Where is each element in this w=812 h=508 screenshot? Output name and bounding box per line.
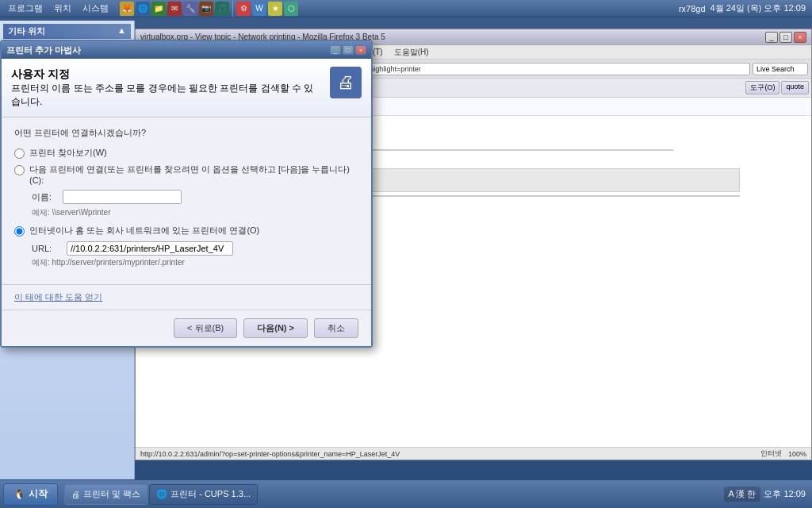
start-icon: 🐧 — [13, 489, 25, 500]
inner-search-box[interactable]: Live Search — [753, 63, 808, 75]
inner-maximize-btn[interactable]: □ — [779, 32, 792, 43]
wizard-header-description: 프린터의 이름 또는 주소를 모를 경우에는 필요한 프린터를 검색할 수 있습… — [11, 82, 322, 109]
radio-browse-option: 프린터 찾아보기(W) — [14, 147, 358, 159]
status-zoom: 100% — [788, 450, 806, 458]
printer-wizard-dialog: 프린터 추가 마법사 _ □ × 사용자 지정 프린터의 이름 또는 주소를 모… — [0, 40, 373, 348]
menu-places[interactable]: 위치 — [49, 1, 76, 16]
menu-help[interactable]: 도움말(H) — [389, 46, 434, 59]
inner-status-bar: http://10.0.2.2:631/admin/?op=set-printe… — [136, 447, 811, 460]
top-icon-1[interactable]: 🦊 — [120, 2, 134, 16]
wizard-footer: < 뒤로(B) 다음(N) > 취소 — [2, 310, 371, 346]
top-icon-2[interactable]: 🌐 — [136, 2, 150, 16]
url-example: 예제: http://server/printers/myprinter/.pr… — [32, 257, 358, 268]
menu-programs[interactable]: 프로그램 — [3, 1, 48, 16]
wizard-header-heading: 사용자 지정 — [11, 67, 322, 82]
url-row: URL: — [32, 241, 358, 256]
wizard-question: 어떤 프린터에 연결하시겠습니까? — [14, 127, 358, 139]
bottom-clock: 오후 12:09 — [764, 488, 806, 500]
printer-name-input[interactable] — [63, 190, 182, 204]
connect-radio[interactable] — [14, 165, 25, 175]
wizard-help-area: 이 태에 대한 도움 얻기 — [2, 284, 371, 310]
top-clock: 4월 24일 (목) 오후 12:09 — [710, 2, 806, 14]
internet-radio[interactable] — [14, 226, 25, 237]
browse-radio[interactable] — [14, 148, 25, 159]
taskbar-apps: 🖨 프린터 및 팩스 🌐 프린터 - CUPS 1.3... — [61, 484, 718, 505]
app-cups-label: 프린터 - CUPS 1.3... — [170, 488, 251, 500]
printer-wizard-header: 사용자 지정 프린터의 이름 또는 주소를 모를 경우에는 필요한 프린터를 검… — [2, 59, 371, 117]
top-icon-5[interactable]: 🔧 — [183, 2, 197, 16]
start-button[interactable]: 🐧 시작 — [3, 483, 58, 506]
top-icon-10[interactable]: ★ — [268, 2, 282, 16]
radio-connect-option: 다음 프린터에 연결(또는 프린터를 찾으려면 이 옵션을 선택하고 [다음]을… — [14, 164, 358, 185]
top-icon-8[interactable]: ⚙ — [236, 2, 251, 16]
wizard-help-link[interactable]: 이 태에 대한 도움 얻기 — [14, 288, 102, 306]
toolbar-quote[interactable]: quote — [781, 81, 809, 94]
app-printer-icon: 🖨 — [71, 490, 80, 499]
connect-name-row: 이름: — [32, 190, 358, 204]
url-label: URL: — [32, 244, 63, 253]
wizard-next-btn[interactable]: 다음(N) > — [243, 318, 308, 338]
desktop: 프로그램 위치 시스템 🦊 🌐 📁 ✉ 🔧 📷 🎵 ⚙ W ★ ⬡ rx78gd… — [0, 0, 812, 508]
app-printer-label: 프린터 및 팩스 — [83, 488, 140, 500]
section-collapse[interactable]: ▲ — [117, 25, 126, 35]
printer-icon: 🖨 — [330, 67, 362, 98]
inner-minimize-btn[interactable]: _ — [765, 32, 778, 43]
system-tray: A 漢 한 — [724, 487, 761, 502]
status-url: http://10.0.2.2:631/admin/?op=set-printe… — [140, 450, 400, 458]
menu-system[interactable]: 시스템 — [78, 1, 113, 16]
taskbar-right: A 漢 한 오후 12:09 — [718, 487, 812, 502]
top-icon-7[interactable]: 🎵 — [215, 2, 229, 16]
printer-url-input[interactable] — [67, 241, 233, 256]
radio-internet-option: 인터넷이나 홈 또는 회사 네트워크에 있는 프린터에 연결(O) — [14, 225, 358, 237]
browse-label[interactable]: 프린터 찾아보기(W) — [29, 147, 107, 159]
connect-label[interactable]: 다음 프린터에 연결(또는 프린터를 찾으려면 이 옵션을 선택하고 [다음]을… — [29, 164, 358, 185]
status-text: rx78gd — [679, 4, 706, 13]
wizard-close-btn[interactable]: × — [355, 45, 366, 55]
toolbar-tools[interactable]: 도구(O) — [745, 81, 779, 94]
name-label: 이름: — [32, 191, 59, 203]
wizard-minimize-btn[interactable]: _ — [330, 45, 341, 55]
printer-wizard-title: 프린터 추가 마법사 — [6, 44, 81, 56]
taskbar-top-right: rx78gd 4월 24일 (목) 오후 12:09 — [672, 2, 812, 14]
top-menu-area: 프로그램 위치 시스템 — [0, 1, 117, 16]
taskbar-bottom: 🐧 시작 🖨 프린터 및 팩스 🌐 프린터 - CUPS 1.3... A 漢 … — [0, 479, 812, 508]
wizard-maximize-btn[interactable]: □ — [343, 45, 354, 55]
connect-example: 예제: \\server\Wprinter — [32, 207, 358, 218]
printer-wizard-controls: _ □ × — [330, 45, 366, 55]
taskbar-app-printer[interactable]: 🖨 프린터 및 팩스 — [64, 484, 147, 505]
top-icon-11[interactable]: ⬡ — [284, 2, 298, 16]
printer-wizard-body: 어떤 프린터에 연결하시겠습니까? 프린터 찾아보기(W) 다음 프린터에 연결… — [2, 117, 371, 284]
inner-firefox-controls: _ □ × — [765, 32, 806, 43]
inner-close-btn[interactable]: × — [794, 32, 806, 43]
wizard-back-btn[interactable]: < 뒤로(B) — [174, 318, 237, 338]
taskbar-app-cups[interactable]: 🌐 프린터 - CUPS 1.3... — [149, 484, 258, 505]
start-label: 시작 — [29, 487, 48, 501]
top-icon-3[interactable]: 📁 — [151, 2, 166, 16]
printer-wizard-titlebar: 프린터 추가 마법사 _ □ × — [2, 41, 371, 59]
status-zone: 인터넷 — [760, 448, 782, 459]
top-icon-9[interactable]: W — [252, 2, 266, 16]
taskbar-top: 프로그램 위치 시스템 🦊 🌐 📁 ✉ 🔧 📷 🎵 ⚙ W ★ ⬡ rx78gd… — [0, 0, 812, 17]
internet-label[interactable]: 인터넷이나 홈 또는 회사 네트워크에 있는 프린터에 연결(O) — [29, 225, 259, 237]
app-cups-icon: 🌐 — [156, 489, 167, 499]
top-icon-6[interactable]: 📷 — [199, 2, 213, 16]
ime-indicator[interactable]: A 漢 한 — [729, 488, 756, 500]
top-icon-4[interactable]: ✉ — [167, 2, 182, 16]
section-header-other-places: 기타 위치 ▲ — [3, 24, 131, 39]
wizard-cancel-btn[interactable]: 취소 — [314, 318, 358, 338]
